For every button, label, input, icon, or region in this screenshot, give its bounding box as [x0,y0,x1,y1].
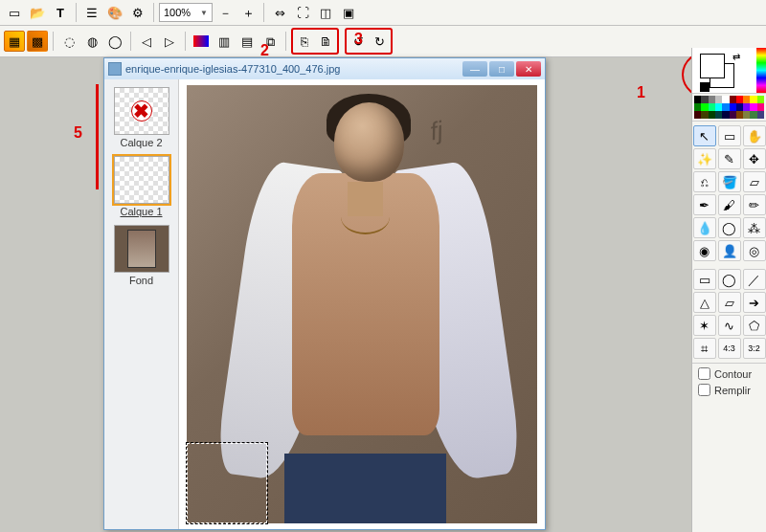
polygon-tool[interactable]: ⬠ [743,315,766,336]
spray-tool[interactable]: ⁂ [743,217,766,238]
palette-swatch[interactable] [757,103,764,111]
layers-icon[interactable]: ☰ [81,2,102,23]
palette-swatch[interactable] [722,103,729,111]
rotate-ccw-icon[interactable]: ↺ [348,31,369,52]
fit-width-icon[interactable]: ⇔ [269,2,290,23]
fill-tool[interactable]: 🪣 [718,171,741,192]
open-icon[interactable]: 📂 [27,2,48,23]
flip-v-icon[interactable]: ▷ [159,31,180,52]
layer-label-1[interactable]: Calque 1 [120,206,162,217]
layer-thumb-1[interactable] [114,156,169,204]
blur-icon[interactable]: ◍ [81,31,102,52]
palette-swatch[interactable] [694,96,701,103]
contour-checkbox[interactable]: Contour [698,367,760,380]
star-tool[interactable]: ✶ [693,315,716,336]
reset-colors-icon[interactable] [700,82,710,92]
foreground-color-swatch[interactable] [700,54,725,78]
pencil-tool[interactable]: ✏ [743,194,766,215]
palette-swatch[interactable] [743,111,750,119]
palette-swatch[interactable] [701,111,708,119]
palette-swatch[interactable] [750,111,756,119]
layer-thumb-2[interactable]: ✖ [114,87,169,135]
settings-icon[interactable]: ⚙ [127,2,148,23]
fit-window-icon[interactable]: ⛶ [292,2,313,23]
zoom-in-icon[interactable]: ＋ [237,2,259,23]
palette-swatch[interactable] [701,103,708,111]
pointer-tool[interactable]: ↖ [693,125,716,146]
palette-swatch[interactable] [757,111,764,119]
fullscreen-icon[interactable]: ▣ [338,2,359,23]
palette-swatch[interactable] [750,103,756,111]
palette-swatch[interactable] [730,111,736,119]
smudge-tool[interactable]: 💧 [693,217,716,238]
palette-icon[interactable]: 🎨 [104,2,125,23]
palette-swatch[interactable] [736,111,743,119]
triangle-tool[interactable]: △ [693,292,716,313]
ratio-32-button[interactable]: 3:2 [743,338,766,359]
layer-thumb-background[interactable] [114,225,169,273]
palette-swatch[interactable] [709,103,715,111]
palette-swatch[interactable] [736,96,743,103]
hue-bar[interactable] [756,48,766,93]
ratio-43-button[interactable]: 4:3 [718,338,741,359]
ellipse-shape-tool[interactable]: ◯ [718,269,741,290]
close-button[interactable]: ✕ [516,61,541,77]
palette-swatch[interactable] [694,111,701,119]
palette-swatch[interactable] [715,103,722,111]
page-dup-icon[interactable]: ⎘ [294,31,315,52]
minimize-button[interactable]: — [462,61,487,77]
palette-swatch[interactable] [709,96,715,103]
selection-marquee[interactable] [187,443,267,523]
palette-swatch[interactable] [715,96,722,103]
portrait-tool[interactable]: 👤 [718,240,741,261]
wand-tool[interactable]: ✨ [693,148,716,169]
distort-tool[interactable]: ◉ [693,240,716,261]
outline-icon[interactable]: ◯ [104,31,125,52]
color-palette[interactable] [692,94,766,122]
stamp-tool[interactable]: ⎌ [693,171,716,192]
softbrush-tool[interactable]: ◯ [718,217,741,238]
flip-h-icon[interactable]: ◁ [136,31,157,52]
palette-swatch[interactable] [743,96,750,103]
outline-triangle-tool[interactable]: ▱ [718,292,741,313]
zoom-out-icon[interactable]: － [214,2,236,23]
palette-swatch[interactable] [701,96,708,103]
eyedropper-tool[interactable]: ✎ [718,148,741,169]
palette-swatch[interactable] [722,111,729,119]
curve-tool[interactable]: ∿ [718,315,741,336]
line-tool[interactable]: ／ [743,269,766,290]
maximize-button[interactable]: □ [489,61,514,77]
palette-swatch[interactable] [743,103,750,111]
grid4-icon[interactable]: ▦ [4,31,25,52]
rect-shape-tool[interactable]: ▭ [693,269,716,290]
brush-tool[interactable]: 🖌 [718,194,741,215]
swap-colors-icon[interactable]: ⇄ [732,52,740,62]
drop-icon[interactable]: ◌ [58,31,79,52]
gradient-icon[interactable] [191,31,212,52]
page-new-icon[interactable]: 🗎 [315,31,336,52]
hand-tool[interactable]: ✋ [743,125,766,146]
canvas-area[interactable]: fj [179,79,545,529]
crop-tool[interactable]: ⌗ [693,338,716,359]
histogram-icon[interactable]: ⧉ [259,31,281,52]
palette-swatch[interactable] [750,96,756,103]
move-tool[interactable]: ✥ [743,148,766,169]
palette-swatch[interactable] [757,96,764,103]
layer-label-background[interactable]: Fond [129,275,153,286]
grid9-icon[interactable]: ▩ [27,31,48,52]
layer-label-2[interactable]: Calque 2 [120,137,162,148]
zoom-combo[interactable]: 100% ▼ [159,3,213,22]
remplir-checkbox[interactable]: Remplir [698,384,760,396]
window-titlebar[interactable]: enrique-enrique-iglesias-477310_400_476.… [104,58,545,79]
text-icon[interactable]: T [50,2,71,23]
palette-swatch[interactable] [730,96,736,103]
palette-swatch[interactable] [722,96,729,103]
pen-tool[interactable]: ✒ [693,194,716,215]
marquee-tool[interactable]: ▭ [718,125,741,146]
rotate-cw-icon[interactable]: ↻ [369,31,390,52]
rgb-icon[interactable]: ▥ [214,31,235,52]
new-doc-icon[interactable]: ▭ [4,2,25,23]
palette-swatch[interactable] [694,103,701,111]
eraser-tool[interactable]: ▱ [743,171,766,192]
levels-icon[interactable]: ▤ [237,31,258,52]
